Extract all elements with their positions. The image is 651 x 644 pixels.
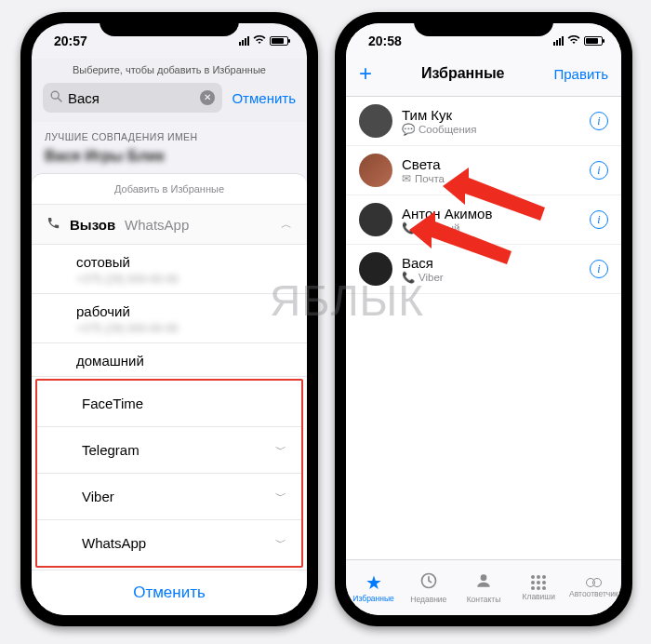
- contact-name: Тим Кук: [402, 107, 580, 123]
- sheet-title: Добавить в Избранные: [32, 174, 307, 204]
- number-option-mobile[interactable]: сотовый +375 (29) 000-00-00: [32, 245, 307, 294]
- blurred-contact-name[interactable]: Вася Игры Блик: [32, 148, 307, 174]
- search-input[interactable]: Вася ✕: [43, 83, 222, 113]
- star-icon: ★: [365, 573, 382, 592]
- search-icon: [50, 90, 62, 105]
- status-time: 20:58: [368, 34, 402, 48]
- call-label: Вызов: [70, 217, 115, 233]
- info-button[interactable]: i: [590, 161, 608, 180]
- avatar: [359, 203, 392, 236]
- app-label: Telegram: [82, 442, 140, 458]
- search-row: Вася ✕ Отменить: [32, 83, 307, 122]
- chevron-down-icon: ﹀: [275, 535, 286, 551]
- phone-icon: 📞: [402, 271, 415, 284]
- notch: [100, 12, 239, 36]
- favorite-row[interactable]: Тим Кук 💬Сообщения i: [346, 97, 621, 146]
- phone-icon: 📞: [402, 221, 415, 235]
- tab-contacts[interactable]: Контакты: [456, 560, 511, 615]
- keypad-icon: [531, 575, 546, 590]
- tab-recents[interactable]: Недавние: [401, 560, 456, 615]
- contact-name: Вася: [402, 255, 580, 271]
- number-value-blurred: +375 (29) 000-00-00: [76, 273, 292, 286]
- battery-icon: [270, 36, 288, 46]
- avatar: [359, 104, 392, 138]
- battery-icon: [584, 36, 603, 46]
- svg-point-3: [481, 574, 487, 581]
- message-icon: 💬: [402, 123, 415, 136]
- section-best-matches: ЛУЧШИЕ СОВПАДЕНИЯ ИМЕН: [32, 122, 307, 148]
- page-title: Избранные: [421, 65, 505, 82]
- info-button[interactable]: i: [590, 260, 608, 278]
- number-label: сотовый: [76, 254, 292, 270]
- search-cancel-button[interactable]: Отменить: [232, 90, 296, 106]
- tab-label: Контакты: [467, 595, 501, 604]
- app-row-whatsapp[interactable]: WhatsApp ﹀: [37, 520, 301, 566]
- chevron-down-icon: ﹀: [275, 442, 286, 458]
- mail-icon: ✉︎: [402, 172, 411, 185]
- contact-subtype: сотовый: [418, 222, 459, 234]
- tab-label: Избранные: [352, 594, 393, 603]
- annotation-highlight-box: FaceTime Telegram ﹀ Viber ﹀ WhatsApp ﹀: [35, 379, 303, 568]
- number-label: домашний: [76, 353, 292, 369]
- contact-subtype: Почта: [415, 173, 445, 184]
- phone-icon: [46, 216, 60, 233]
- app-row-viber[interactable]: Viber ﹀: [37, 474, 301, 520]
- phone-frame-right: 20:58 + Избранные Править Ти: [335, 12, 632, 626]
- tab-keypad[interactable]: Клавиши: [512, 560, 566, 615]
- tab-voicemail[interactable]: Автоответчик: [566, 560, 621, 615]
- clock-icon: [419, 571, 438, 593]
- number-option-work[interactable]: рабочий +375 (29) 000-00-00: [32, 294, 307, 343]
- header-prompt: Выберите, чтобы добавить в Избранные: [32, 59, 307, 83]
- edit-button[interactable]: Править: [553, 66, 608, 82]
- sheet-cancel-button[interactable]: Отменить: [32, 570, 307, 615]
- contact-subtype: Viber: [418, 272, 444, 283]
- contact-name: Света: [402, 156, 580, 172]
- clear-search-icon[interactable]: ✕: [200, 90, 215, 105]
- tab-favorites[interactable]: ★ Избранные: [346, 560, 401, 615]
- number-value-blurred: +375 (29) 000-00-00: [76, 322, 292, 335]
- status-time: 20:57: [54, 34, 87, 48]
- info-button[interactable]: i: [590, 112, 608, 130]
- status-icons: [239, 34, 288, 47]
- app-label: FaceTime: [82, 396, 143, 411]
- nav-bar: + Избранные Править: [346, 59, 621, 97]
- number-label: рабочий: [76, 303, 292, 319]
- call-row[interactable]: Вызов WhatsApp ︿: [32, 204, 307, 245]
- chevron-up-icon: ︿: [281, 217, 292, 233]
- app-row-telegram[interactable]: Telegram ﹀: [37, 427, 301, 474]
- info-button[interactable]: i: [590, 210, 608, 229]
- avatar: [359, 252, 392, 286]
- favorites-list: Тим Кук 💬Сообщения i Света ✉︎Почта i: [346, 97, 621, 294]
- app-label: Viber: [82, 489, 114, 504]
- favorite-row[interactable]: Вася 📞Viber i: [346, 245, 621, 294]
- chevron-down-icon: ﹀: [275, 489, 286, 504]
- phone-frame-left: 20:57 Выберите, чтобы добавить в Избранн…: [20, 12, 318, 626]
- contact-icon: [474, 571, 493, 593]
- svg-line-1: [58, 98, 61, 101]
- wifi-icon: [253, 34, 266, 47]
- signal-icon: [239, 36, 249, 46]
- add-favorite-button[interactable]: +: [359, 60, 372, 87]
- status-icons: [553, 34, 603, 47]
- contact-subtype: Сообщения: [418, 124, 476, 135]
- app-label: WhatsApp: [82, 535, 146, 551]
- app-row-facetime[interactable]: FaceTime: [37, 381, 301, 427]
- tab-label: Автоответчик: [569, 589, 618, 598]
- tab-label: Недавние: [410, 595, 446, 604]
- avatar: [359, 154, 392, 187]
- tab-label: Клавиши: [522, 592, 554, 601]
- signal-icon: [553, 36, 564, 46]
- voicemail-icon: [586, 578, 602, 587]
- favorite-row[interactable]: Антон Акимов 📞сотовый i: [346, 195, 621, 245]
- number-option-home[interactable]: домашний: [32, 343, 307, 377]
- favorite-row[interactable]: Света ✉︎Почта i: [346, 146, 621, 195]
- call-via: WhatsApp: [125, 217, 189, 233]
- action-sheet: Добавить в Избранные Вызов WhatsApp ︿ со…: [32, 174, 307, 615]
- search-value: Вася: [68, 90, 100, 106]
- contact-name: Антон Акимов: [402, 206, 580, 221]
- tab-bar: ★ Избранные Недавние Контакты: [346, 559, 621, 615]
- wifi-icon: [567, 34, 580, 47]
- notch: [414, 12, 553, 36]
